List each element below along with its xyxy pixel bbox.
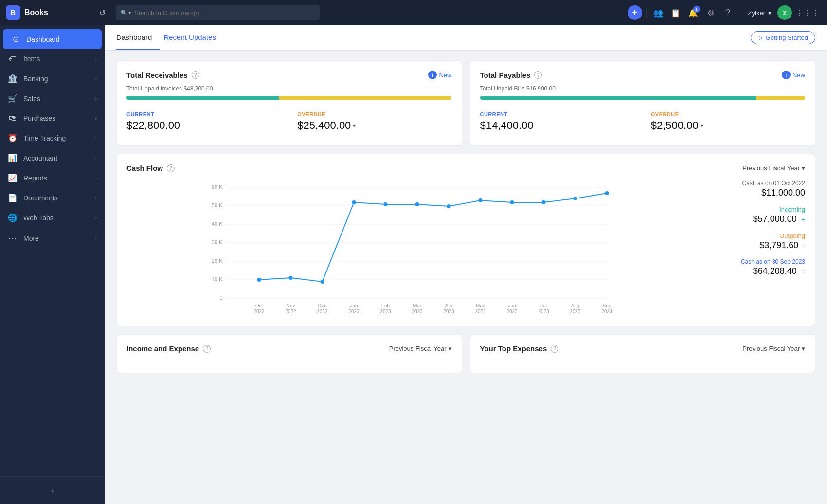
cashflow-period-label: Previous Fiscal Year (742, 164, 800, 172)
sidebar-item-reports[interactable]: 📈 Reports › (0, 168, 105, 188)
tasks-btn[interactable]: 📋 (668, 5, 683, 20)
sidebar-item-purchases[interactable]: 🛍 Purchases › (0, 108, 105, 128)
sidebar-item-more[interactable]: ··· More › (0, 228, 105, 249)
cashflow-outgoing-amount: $3,791.60 (759, 240, 798, 250)
app-grid-btn[interactable]: ⋮⋮⋮ (794, 6, 821, 19)
top-expenses-title: Your Top Expenses ? (480, 344, 559, 353)
svg-text:Apr: Apr (445, 303, 453, 308)
search-bar: 🔍 ▾ (116, 5, 320, 20)
cashflow-closing-value: $64,208.40 = (719, 266, 805, 276)
receivables-new-btn[interactable]: + New (428, 71, 451, 79)
notifications-btn[interactable]: 🔔 1 (685, 5, 701, 20)
reports-icon: 📈 (8, 173, 18, 182)
add-new-btn[interactable]: + (628, 5, 642, 20)
help-icon: ? (726, 8, 730, 17)
tab-dashboard[interactable]: Dashboard (116, 25, 160, 50)
sidebar-item-time-tracking[interactable]: ⏰ Time Tracking › (0, 128, 105, 148)
svg-text:Feb: Feb (381, 303, 390, 308)
user-menu[interactable]: Zylker ▾ (744, 7, 775, 18)
play-icon: ▷ (758, 34, 763, 41)
svg-text:10 K: 10 K (212, 276, 223, 282)
cashflow-closing-amount: $64,208.40 (753, 266, 797, 276)
time-tracking-chevron: › (95, 135, 97, 141)
cashflow-info-icon[interactable]: ? (167, 164, 175, 172)
svg-text:2022: 2022 (253, 309, 265, 314)
sidebar-item-web-tabs[interactable]: 🌐 Web Tabs › (0, 208, 105, 228)
content-area: Dashboard Recent Updates ▷ Getting Start… (105, 25, 827, 504)
settings-btn[interactable]: ⚙ (703, 5, 719, 20)
items-chevron: › (95, 56, 97, 62)
cashflow-line (259, 193, 607, 282)
cashflow-header: Cash Flow ? Previous Fiscal Year ▾ (126, 164, 805, 172)
reports-chevron: › (95, 175, 97, 180)
cashflow-outgoing-label: Outgoing (719, 232, 805, 239)
web-tabs-chevron: › (95, 215, 97, 220)
cashflow-closing-label: Cash as on 30 Sep 2023 (719, 258, 805, 265)
sidebar-item-banking[interactable]: 🏦 Banking › (0, 69, 105, 89)
sidebar-item-dashboard[interactable]: ⊙ Dashboard (3, 29, 102, 49)
svg-text:Nov: Nov (287, 303, 295, 308)
cashflow-incoming-value: $57,000.00 + (719, 214, 805, 224)
banking-chevron: › (95, 76, 97, 81)
purchases-icon: 🛍 (8, 114, 18, 123)
dashboard-tabs: Dashboard Recent Updates (116, 25, 228, 50)
gear-icon: ⚙ (707, 8, 714, 18)
more-icon: ··· (8, 233, 18, 243)
income-expense-title-text: Income and Expense (126, 344, 199, 353)
topnav: B Books ↺ 🔍 ▾ + 👥 📋 🔔 1 ⚙ ? (0, 0, 827, 25)
receivables-overdue-section: OVERDUE $25,400.00 ▾ (289, 108, 451, 136)
cashflow-period-selector[interactable]: Previous Fiscal Year ▾ (742, 164, 805, 172)
receivables-title-text: Total Receivables (126, 71, 188, 79)
income-expense-card: Income and Expense ? Previous Fiscal Yea… (116, 334, 462, 373)
sales-icon: 🛒 (8, 94, 18, 103)
sidebar-label-accountant: Accountant (23, 154, 90, 162)
top-expenses-info-icon[interactable]: ? (551, 345, 558, 353)
receivables-info-icon[interactable]: ? (192, 71, 199, 79)
payables-new-label: New (792, 72, 805, 79)
payables-current-amount: $14,400.00 (480, 119, 534, 132)
avatar[interactable]: Z (777, 5, 792, 20)
income-expense-info-icon[interactable]: ? (203, 345, 211, 353)
sidebar-item-accountant[interactable]: 📊 Accountant › (0, 148, 105, 168)
username: Zylker (748, 9, 765, 17)
receivables-current-bar (126, 96, 279, 100)
sidebar: ⊙ Dashboard 🏷 Items › 🏦 Banking › 🛒 Sale… (0, 25, 105, 504)
help-btn[interactable]: ? (720, 5, 736, 20)
payables-overdue-dropdown[interactable]: ▾ (701, 122, 703, 129)
sidebar-item-sales[interactable]: 🛒 Sales › (0, 89, 105, 108)
svg-text:2023: 2023 (601, 309, 612, 314)
svg-text:Jun: Jun (508, 303, 516, 308)
top-expenses-title-text: Your Top Expenses (480, 344, 547, 353)
svg-text:2023: 2023 (475, 309, 486, 314)
top-cards-row: Total Receivables ? + New Total Unpaid I… (116, 60, 815, 146)
receivables-overdue-value: $25,400.00 ▾ (297, 119, 451, 132)
svg-text:40 K: 40 K (212, 221, 223, 227)
svg-text:2023: 2023 (380, 309, 391, 314)
history-btn[interactable]: ↺ (94, 5, 110, 20)
income-expense-period[interactable]: Previous Fiscal Year ▾ (389, 345, 452, 352)
payables-new-btn[interactable]: + New (782, 71, 805, 79)
contacts-btn[interactable]: 👥 (650, 5, 666, 20)
purchases-chevron: › (95, 116, 97, 121)
sidebar-item-documents[interactable]: 📄 Documents › (0, 188, 105, 208)
payables-info-icon[interactable]: ? (534, 71, 542, 79)
getting-started-btn[interactable]: ▷ Getting Started (751, 31, 815, 44)
svg-text:Aug: Aug (571, 303, 580, 308)
dot-nov (289, 276, 293, 280)
dot-apr (447, 204, 451, 208)
sidebar-collapse-btn[interactable]: ‹ (8, 483, 97, 498)
search-input[interactable] (134, 9, 315, 17)
receivables-overdue-dropdown[interactable]: ▾ (353, 122, 356, 129)
top-expenses-period[interactable]: Previous Fiscal Year ▾ (742, 345, 805, 352)
tab-recent-updates[interactable]: Recent Updates (163, 25, 224, 50)
sidebar-item-items[interactable]: 🏷 Items › (0, 49, 105, 69)
payables-current-value: $14,400.00 (480, 119, 643, 132)
receivables-current-section: CURRENT $22,800.00 (126, 108, 289, 136)
svg-text:50 K: 50 K (212, 202, 223, 208)
svg-text:2023: 2023 (412, 309, 423, 314)
cashflow-period-chevron: ▾ (802, 164, 805, 172)
svg-text:Sep: Sep (603, 303, 611, 308)
receivables-overdue-amount: $25,400.00 (297, 119, 351, 132)
search-type-dropdown[interactable]: 🔍 ▾ (121, 10, 131, 16)
payables-new-icon: + (782, 71, 791, 79)
